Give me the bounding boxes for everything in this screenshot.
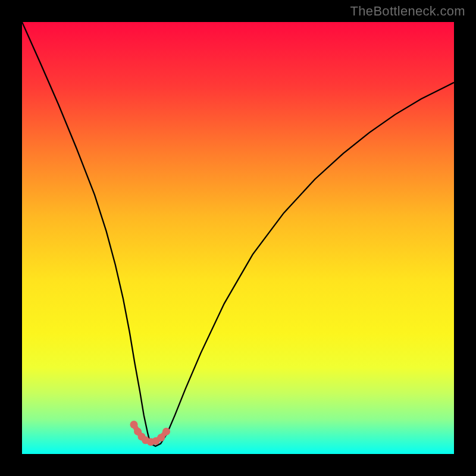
marker-dot — [157, 434, 165, 441]
curve-path — [22, 22, 454, 446]
highlight-markers — [130, 421, 171, 446]
plot-area — [22, 22, 454, 454]
chart-root: TheBottleneck.com — [0, 0, 476, 476]
watermark-text: TheBottleneck.com — [350, 4, 465, 19]
marker-dot — [162, 428, 170, 436]
marker-dot — [130, 421, 138, 428]
bottleneck-curve — [22, 22, 454, 454]
